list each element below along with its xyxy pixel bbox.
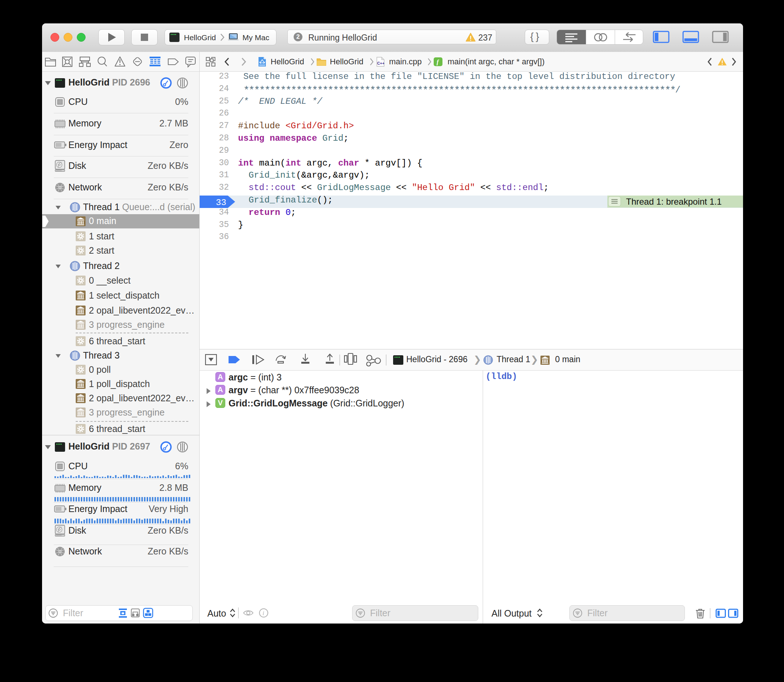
svg-text:i: i xyxy=(263,610,264,616)
svg-text:C++: C++ xyxy=(377,61,385,65)
